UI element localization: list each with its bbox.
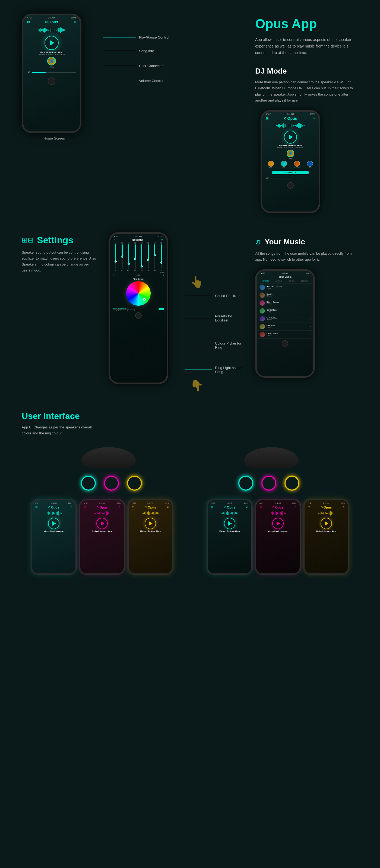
waveform-display: const h=[3,6,10,14,8,5,12,18,14,9,6,4,7,… <box>23 25 80 35</box>
dj-mode-description: More than one person can connect to the … <box>255 79 358 103</box>
list-item[interactable]: David Guetta5 Songs › <box>257 331 313 339</box>
user-avatar: 👤 <box>47 57 56 65</box>
dj-phone-mockup: AT&T 9:41 AM 100% ⊞ Opus ♫ <box>260 110 320 213</box>
carrier: AT&T <box>27 17 32 19</box>
music-note-icon[interactable]: ♫ <box>73 20 76 24</box>
app-description: App allows user to control various aspec… <box>255 37 358 56</box>
eq-annotations: 👆 Sound Equilizer Presets for Equilizer … <box>185 232 244 392</box>
song-info: Michael Jackson Akon WANNA BE STARTIN SO… <box>23 51 80 55</box>
dj-time: 9:41 AM <box>287 113 294 115</box>
music-note-large-icon: ♫ <box>255 238 261 246</box>
tab-songs[interactable]: SONGS <box>288 280 295 282</box>
rings-right-group <box>238 476 299 491</box>
artist-list: Armin van Buuren1 Song › Bastille35 Song… <box>257 283 313 339</box>
rings-display <box>0 472 380 496</box>
dj-mode-title: DJ Mode <box>255 67 358 75</box>
list-item[interactable]: Britney Spears14 Songs › <box>257 299 313 307</box>
user-name: John <box>23 66 80 68</box>
ring-pink-left <box>104 476 119 491</box>
settings-icon: ⊞⊟ <box>22 236 34 244</box>
ring-gold-left <box>127 476 142 491</box>
eq-phone-mockup: AT&T 9:41 AM 100% ‹ Equalizer ⊞ 0B0B0B0B… <box>108 232 168 384</box>
dj-song-artist: Michael Jackson Akon <box>262 145 319 147</box>
time: 9:41 AM <box>48 17 55 19</box>
header-section: AT&T 9:41 AM 100% ⊞ Opus ♫ <box>0 0 380 219</box>
song-artist: Michael Jackson Akon <box>23 51 80 54</box>
variant-phones-left: AT&T9:41 AM100% ⊞ Opus ♫ const cv1=[3,5,… <box>31 499 173 575</box>
speakers-display <box>0 442 380 472</box>
home-button[interactable] <box>48 78 55 85</box>
back-icon[interactable]: ‹ <box>260 275 261 278</box>
variant-phone-cyan2: AT&T9:41 AM100% ⊞ Opus ♫ const cv4=[3,5,… <box>207 499 253 575</box>
rings-left-group <box>81 476 142 491</box>
annotation-sound-eq: Sound Equilizer <box>185 294 244 298</box>
dj-eq-icon: ⊞ <box>266 117 269 120</box>
annotation-colour-picker: Colour Picker for Ring <box>185 341 244 349</box>
eq-home-button[interactable] <box>135 312 142 319</box>
annotation-ring-light: Ring Light as per Song <box>185 366 244 374</box>
list-item[interactable]: Bastille35 Songs › <box>257 291 313 299</box>
user-interface-section: User Interface App UI Changes as per the… <box>0 398 380 442</box>
app-info-panel: Opus App App allows user to control vari… <box>255 13 358 213</box>
volume-control[interactable]: 🔊 <box>23 69 80 76</box>
eq-presets-row: ↑ Jazz ↓ <box>110 273 167 277</box>
home-phone-screen: AT&T 9:41 AM 100% ⊞ Opus ♫ <box>23 15 80 131</box>
your-music-nav-title: Your Music <box>279 276 291 278</box>
colour-wheel[interactable] <box>126 281 151 306</box>
magic-mood-row: Magic Mood Light Changing light accordin… <box>110 306 167 311</box>
dj-user-samantha-label: Samantha <box>294 167 300 168</box>
home-annotations: Play/Pause Control Song Info User Connec… <box>103 13 239 88</box>
dj-user-kathy: Kathy <box>268 161 274 168</box>
music-tabs: ARTISTS ALBUMS SONGS GENRES <box>257 279 313 283</box>
dj-user-sam-label: Sam <box>283 167 285 168</box>
speaker-left-group <box>82 447 136 466</box>
dj-user-rick: Rick <box>307 161 313 168</box>
home-phone-mockup: AT&T 9:41 AM 100% ⊞ Opus ♫ <box>22 13 82 133</box>
list-item[interactable]: Calvin Harris1 Song › <box>257 307 313 315</box>
equalizer-icon[interactable]: ⊞ <box>27 20 30 24</box>
ui-description: App UI Changes as per the speaker's over… <box>22 424 98 436</box>
list-item[interactable]: Daft Punk2 Songs › <box>257 323 313 331</box>
annotation-user: User Connected <box>103 64 239 68</box>
status-bar: AT&T 9:41 AM 100% <box>23 15 80 19</box>
magic-mood-sub: Changing light according to the song <box>113 309 135 311</box>
dj-user-sam: Sam <box>281 161 287 168</box>
equalizer-bars <box>110 244 167 269</box>
variant-phone-gold: AT&T9:41 AM100% ⊞ Opus ♫ const cv3=[3,5,… <box>127 499 173 575</box>
app-title: Opus App <box>255 16 358 31</box>
eq-carrier: AT&T <box>114 236 119 237</box>
dj-mode-button[interactable]: DJ Mode: On <box>272 171 309 174</box>
ring-pink-right <box>261 476 276 491</box>
dj-users-row: Kathy Sam Samantha Rick <box>262 160 319 170</box>
settings-section: ⊞⊟ Settings Speaker sound output can be … <box>0 219 380 398</box>
settings-title: Settings <box>37 235 73 245</box>
tab-genres[interactable]: GENRES <box>300 280 308 282</box>
dj-music-icon: ♫ <box>312 117 315 120</box>
list-item[interactable]: Armin van Buuren1 Song › <box>257 283 313 291</box>
ring-colour-label: Ring Colour <box>110 277 167 281</box>
song-title: WANNA BE STARTIN SOMETHING <box>23 54 80 55</box>
music-battery: 100% <box>305 272 310 274</box>
tab-artists[interactable]: ARTISTS <box>262 280 270 282</box>
magic-mood-toggle[interactable] <box>159 308 164 310</box>
annotation-song: Song Info <box>103 49 239 53</box>
arrow-up-icon: ↑ <box>113 274 114 276</box>
dj-waveform: const h2=[3,6,10,14,8,5,12,18,14,9,6,4,7… <box>262 122 319 130</box>
eq-time: 9:41 AM <box>135 236 142 237</box>
variant-phone-cyan: AT&T9:41 AM100% ⊞ Opus ♫ const cv1=[3,5,… <box>31 499 77 575</box>
dj-user-kathy-label: Kathy <box>269 167 273 168</box>
settings-info: ⊞⊟ Settings Speaker sound output can be … <box>22 232 98 273</box>
music-carrier: AT&T <box>260 272 265 274</box>
list-item[interactable]: CHVRCHES16 Songs › <box>257 315 313 323</box>
speaker-shape-left <box>82 447 136 466</box>
dj-home-button[interactable] <box>287 182 294 189</box>
tab-albums[interactable]: ALBUMS <box>275 280 283 282</box>
dj-volume-icon: 🔊 <box>266 177 269 180</box>
speaker-shape-right <box>244 447 298 466</box>
music-home-button[interactable] <box>282 340 288 347</box>
dj-main-user-avatar: 👤 <box>287 150 294 157</box>
your-music-info: ♫ Your Music All the songs from the user… <box>255 232 358 378</box>
dj-user-samantha: Samantha <box>294 161 300 168</box>
variant-phones-right: AT&T9:41 AM100% ⊞ Opus ♫ const cv4=[3,5,… <box>207 499 349 575</box>
dj-user-rick-label: Rick <box>309 167 311 168</box>
